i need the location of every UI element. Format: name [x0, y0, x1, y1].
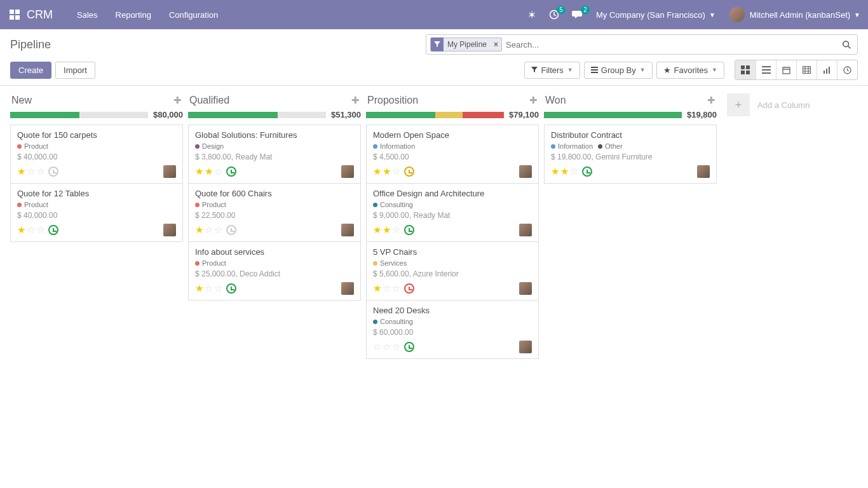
kanban-card[interactable]: Quote for 600 ChairsProduct$ 22,500.00★☆…: [188, 183, 361, 241]
kanban-card[interactable]: Distributor ContractInformationOther$ 19…: [544, 125, 717, 184]
svg-rect-17: [783, 67, 790, 74]
company-selector[interactable]: My Company (San Francisco) ▼: [596, 10, 715, 20]
salesperson-avatar[interactable]: [519, 165, 532, 178]
messages-icon[interactable]: 2: [572, 10, 583, 20]
activities-icon[interactable]: 5: [549, 10, 559, 20]
priority-stars[interactable]: ★☆☆: [373, 283, 400, 294]
activity-icon[interactable]: [404, 342, 414, 352]
add-column-label: Add a Column: [757, 100, 810, 110]
create-button[interactable]: Create: [10, 62, 51, 79]
column-total: $79,100: [509, 110, 539, 119]
user-menu[interactable]: Mitchell Admin (kanbanSet) ▼: [729, 7, 860, 22]
search-input[interactable]: [506, 36, 839, 53]
company-name: My Company (San Francisco): [596, 10, 705, 20]
salesperson-avatar[interactable]: [341, 282, 354, 295]
menu-sales[interactable]: Sales: [77, 10, 98, 20]
column-progress-bar[interactable]: [10, 112, 148, 118]
filters-dropdown[interactable]: Filters ▼: [524, 62, 580, 79]
groupby-label: Group By: [601, 65, 636, 75]
salesperson-avatar[interactable]: [163, 165, 176, 178]
debug-icon[interactable]: [527, 10, 536, 19]
view-pivot[interactable]: [796, 60, 817, 79]
filter-icon: [431, 37, 444, 51]
priority-stars[interactable]: ★★☆: [373, 224, 400, 236]
menu-reporting[interactable]: Reporting: [116, 10, 151, 20]
card-tags: Consulting: [373, 201, 532, 208]
card-title: Quote for 12 Tables: [17, 189, 176, 198]
facet-remove[interactable]: ×: [491, 40, 501, 49]
activity-icon[interactable]: [404, 225, 414, 235]
import-button[interactable]: Import: [55, 62, 95, 79]
add-column-icon[interactable]: +: [727, 93, 750, 116]
card-title: Global Solutions: Furnitures: [195, 130, 354, 140]
column-add-icon[interactable]: ✚: [351, 95, 360, 106]
activity-icon[interactable]: [226, 283, 236, 294]
kanban-card[interactable]: Need 20 DesksConsulting$ 60,000.00☆☆☆: [366, 300, 539, 359]
activity-icon[interactable]: [226, 225, 236, 235]
column-title[interactable]: New: [11, 95, 173, 106]
kanban-card[interactable]: Quote for 150 carpetsProduct$ 40,000.00★…: [10, 125, 183, 183]
svg-rect-21: [829, 67, 830, 74]
activity-icon[interactable]: [48, 166, 58, 177]
groupby-dropdown[interactable]: Group By ▼: [584, 62, 653, 79]
card-subtitle: $ 19,800.00, Gemini Furniture: [551, 152, 710, 161]
priority-stars[interactable]: ★★☆: [373, 166, 400, 177]
activity-icon[interactable]: [226, 166, 236, 177]
kanban-card[interactable]: 5 VP ChairsServices$ 5,600.00, Azure Int…: [366, 241, 539, 300]
view-calendar[interactable]: [776, 60, 796, 79]
card-title: Office Design and Architecture: [373, 189, 532, 198]
salesperson-avatar[interactable]: [519, 282, 532, 295]
menu-configuration[interactable]: Configuration: [169, 10, 218, 20]
salesperson-avatar[interactable]: [341, 165, 354, 178]
kanban-card[interactable]: Modern Open SpaceInformation$ 4,500.00★★…: [366, 125, 539, 183]
card-subtitle: $ 40,000.00: [17, 152, 176, 161]
column-add-icon[interactable]: ✚: [173, 95, 182, 106]
favorites-dropdown[interactable]: ★ Favorites ▼: [656, 62, 724, 79]
priority-stars[interactable]: ★☆☆: [17, 224, 44, 236]
card-title: 5 VP Chairs: [373, 247, 532, 257]
search-icon[interactable]: [839, 40, 853, 49]
kanban-card[interactable]: Global Solutions: FurnituresDesign$ 3,80…: [188, 125, 361, 183]
salesperson-avatar[interactable]: [341, 224, 354, 236]
salesperson-avatar[interactable]: [519, 341, 532, 353]
priority-stars[interactable]: ★☆☆: [195, 224, 222, 236]
add-column[interactable]: + Add a Column: [727, 93, 810, 116]
apps-icon[interactable]: [9, 9, 20, 20]
kanban-card[interactable]: Quote for 12 TablesProduct$ 40,000.00★☆☆: [10, 183, 183, 242]
column-title[interactable]: Proposition: [367, 95, 529, 106]
kanban-card[interactable]: Office Design and ArchitectureConsulting…: [366, 183, 539, 241]
filters-label: Filters: [541, 65, 563, 75]
view-kanban[interactable]: [735, 60, 756, 79]
salesperson-avatar[interactable]: [163, 224, 176, 236]
priority-stars[interactable]: ☆☆☆: [373, 341, 400, 353]
column-progress-bar[interactable]: [188, 112, 326, 118]
activity-icon[interactable]: [48, 225, 58, 235]
salesperson-avatar[interactable]: [697, 165, 710, 178]
priority-stars[interactable]: ★★☆: [195, 166, 222, 177]
column-progress-bar[interactable]: [366, 112, 504, 118]
kanban-card[interactable]: Info about servicesProduct$ 25,000.00, D…: [188, 241, 361, 301]
column-add-icon[interactable]: ✚: [707, 95, 715, 106]
view-activity[interactable]: [837, 60, 857, 79]
priority-stars[interactable]: ★☆☆: [17, 166, 44, 177]
priority-stars[interactable]: ★★☆: [551, 166, 578, 177]
column-total: $80,000: [153, 110, 183, 119]
view-list[interactable]: [756, 60, 776, 79]
search-facet: My Pipeline ×: [430, 37, 502, 51]
svg-rect-14: [762, 66, 771, 67]
column-title[interactable]: Qualified: [189, 95, 351, 106]
activity-icon[interactable]: [404, 166, 414, 177]
brand[interactable]: CRM: [27, 8, 53, 22]
card-subtitle: $ 9,000.00, Ready Mat: [373, 211, 532, 220]
column-add-icon[interactable]: ✚: [529, 95, 538, 106]
priority-stars[interactable]: ★☆☆: [195, 283, 222, 294]
salesperson-avatar[interactable]: [519, 224, 532, 236]
activity-icon[interactable]: [404, 283, 414, 294]
search-bar[interactable]: My Pipeline ×: [426, 34, 858, 55]
funnel-icon: [531, 67, 538, 73]
card-tags: Product: [17, 142, 176, 150]
view-graph[interactable]: [817, 60, 837, 79]
activity-icon[interactable]: [582, 166, 592, 177]
column-title[interactable]: Won: [545, 95, 707, 106]
column-progress-bar[interactable]: [544, 112, 682, 118]
